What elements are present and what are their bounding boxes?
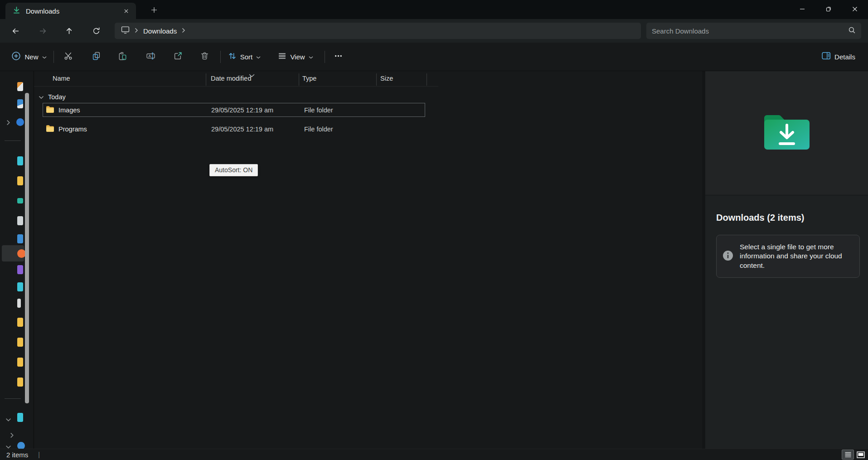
share-button[interactable] [169, 48, 187, 65]
up-button[interactable] [59, 23, 79, 39]
share-icon [174, 52, 182, 62]
navigation-bar: Downloads [0, 19, 868, 43]
sidebar-folder-icon[interactable] [17, 358, 23, 367]
column-header-date-modified[interactable]: Date modified [211, 75, 251, 82]
sidebar-folder-icon[interactable] [17, 338, 23, 347]
details-info-text: Select a single file to get more informa… [740, 242, 854, 270]
svg-text:A: A [148, 54, 151, 58]
search-input[interactable] [652, 27, 848, 35]
sidebar-folder-icon[interactable] [17, 318, 23, 327]
group-collapse-chevron-icon[interactable] [39, 93, 44, 101]
sidebar-library-white-icon[interactable] [17, 299, 21, 308]
details-button-label: Details [834, 53, 855, 61]
breadcrumb-chevron-icon[interactable] [135, 27, 138, 35]
breadcrumb-chevron-icon[interactable] [182, 27, 185, 35]
sidebar-expand-chevron-icon[interactable] [6, 119, 10, 127]
tab-downloads[interactable]: Downloads [5, 3, 136, 19]
new-button-label: New [24, 53, 38, 61]
paste-button[interactable] [113, 48, 131, 65]
sidebar-divider [5, 398, 21, 399]
column-separator[interactable] [427, 73, 427, 86]
sidebar-documents-icon[interactable] [17, 176, 23, 185]
rename-icon: A [146, 52, 155, 62]
status-separator: | [38, 451, 40, 458]
column-header-size[interactable]: Size [380, 75, 393, 82]
column-header-name[interactable]: Name [53, 75, 70, 82]
sidebar-scrollbar[interactable] [25, 93, 29, 403]
chevron-down-icon [309, 53, 313, 61]
sort-button[interactable]: Sort [225, 48, 263, 65]
details-pane: Downloads (2 items) Select a single file… [702, 71, 868, 449]
sidebar-library-blue-icon[interactable] [17, 282, 23, 291]
sidebar-home-icon[interactable] [17, 82, 23, 91]
minimize-button[interactable] [789, 0, 815, 18]
view-button-label: View [290, 53, 305, 61]
folder-icon [46, 106, 54, 114]
cut-button[interactable] [59, 48, 77, 65]
sidebar-collapse-chevron-icon[interactable] [5, 416, 11, 424]
column-separator[interactable] [376, 73, 377, 86]
new-tab-button[interactable] [148, 4, 160, 16]
rename-button[interactable]: A [141, 48, 160, 65]
sidebar-library-purple-icon[interactable] [17, 265, 23, 274]
breadcrumb-downloads[interactable]: Downloads [143, 27, 177, 35]
address-bar[interactable]: Downloads [115, 23, 641, 39]
file-row-programs[interactable]: Programs 29/05/2025 12:19 am File folder [43, 122, 425, 136]
details-view-toggle-button[interactable] [842, 450, 854, 460]
view-button[interactable]: View [273, 48, 318, 65]
sidebar-music-icon[interactable] [17, 198, 23, 203]
column-separator[interactable] [206, 73, 206, 86]
thumbnail-view-toggle-button[interactable] [855, 450, 867, 460]
restore-button[interactable] [815, 0, 842, 18]
ellipsis-icon [334, 52, 343, 62]
folder-icon [46, 125, 54, 133]
sidebar-this-pc-icon[interactable] [17, 413, 23, 422]
delete-button[interactable] [195, 48, 213, 65]
sort-arrows-icon [228, 52, 237, 62]
copy-button[interactable] [87, 48, 105, 65]
column-separator[interactable] [299, 73, 299, 86]
sidebar-collapse-chevron-icon[interactable] [5, 443, 11, 449]
download-folder-icon [13, 6, 20, 16]
sidebar-desktop-icon[interactable] [17, 156, 23, 165]
group-header-today[interactable]: Today [39, 91, 66, 103]
close-button[interactable] [842, 0, 868, 18]
scissors-icon [64, 52, 73, 62]
details-pane-button[interactable]: Details [816, 48, 861, 65]
toolbar-separator [220, 51, 221, 63]
content-area: Name Date modified Type Size Today [0, 71, 868, 449]
item-count: 2 items [6, 451, 28, 459]
sidebar-folder-icon[interactable] [17, 378, 23, 387]
status-bar: 2 items | [0, 449, 868, 460]
more-options-button[interactable] [329, 48, 347, 65]
details-info-card: Select a single file to get more informa… [716, 235, 860, 278]
file-list-area: Name Date modified Type Size Today [34, 71, 702, 449]
this-pc-monitor-icon[interactable] [121, 26, 130, 36]
column-header-type[interactable]: Type [302, 75, 316, 82]
refresh-button[interactable] [86, 23, 106, 39]
back-button[interactable] [5, 23, 25, 39]
tab-title: Downloads [26, 7, 59, 15]
sidebar-network-icon[interactable] [17, 442, 25, 449]
file-name: Programs [58, 126, 87, 133]
search-box[interactable] [646, 23, 861, 39]
search-icon[interactable] [848, 26, 856, 36]
new-button[interactable]: New [8, 48, 50, 65]
file-row-images[interactable]: Images 29/05/2025 12:19 am File folder [43, 103, 425, 117]
details-title: Downloads (2 items) [716, 213, 860, 223]
forward-button[interactable] [33, 23, 53, 39]
autosort-tooltip: AutoSort: ON [209, 164, 258, 176]
sidebar-pictures-icon[interactable] [17, 216, 23, 225]
sidebar-expand-chevron-icon[interactable] [10, 432, 14, 440]
file-date-modified: 29/05/2025 12:19 am [206, 107, 299, 114]
tab-close-icon[interactable] [121, 6, 131, 16]
sidebar-onedrive-icon[interactable] [16, 118, 24, 126]
sidebar-gallery-icon[interactable] [17, 99, 23, 108]
sidebar-videos-icon[interactable] [17, 234, 23, 243]
chevron-down-icon [256, 53, 261, 61]
side-panel-icon [822, 52, 831, 62]
file-name: Images [58, 107, 80, 114]
tab-bar: Downloads [0, 0, 868, 19]
paste-icon [118, 52, 127, 62]
command-toolbar: New [0, 43, 868, 71]
